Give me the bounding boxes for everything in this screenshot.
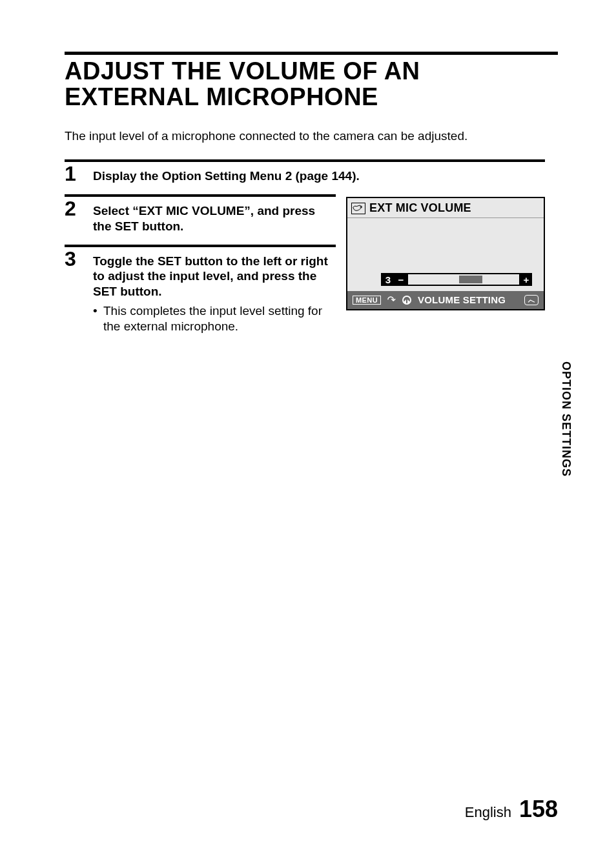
step-rule-3 (65, 245, 336, 247)
step-number: 3 (65, 248, 81, 345)
step-rule-2 (65, 194, 336, 197)
screen-title-row: EXT MIC VOLUME (347, 198, 544, 218)
back-arrow-icon: ↶ (387, 294, 396, 306)
bullet-icon: • (93, 303, 97, 335)
menu-badge: MENU (353, 296, 381, 305)
page-number: 158 (519, 796, 558, 823)
volume-track (407, 273, 520, 286)
side-tab: OPTION SETTINGS (551, 361, 580, 581)
intro-text: The input level of a microphone connecte… (65, 128, 558, 145)
screen-footer: MENU ↶ VOLUME SETTING (347, 291, 544, 309)
mic-icon (351, 203, 365, 214)
page-title: ADJUST THE VOLUME OF AN EXTERNAL MICROPH… (65, 59, 558, 110)
menu-label: MENU (356, 296, 378, 304)
volume-row: 3 − + (381, 273, 532, 286)
screen-column: EXT MIC VOLUME 3 − + MENU (346, 197, 546, 345)
plus-icon: + (520, 273, 532, 286)
step-subtext: This completes the input level setting f… (103, 303, 336, 335)
volume-level: 3 (381, 273, 395, 286)
camera-screen: EXT MIC VOLUME 3 − + MENU (346, 197, 545, 310)
page-footer: English 158 (465, 796, 558, 823)
step-number: 2 (65, 198, 81, 245)
screen-title: EXT MIC VOLUME (369, 201, 471, 215)
dial-icon (402, 296, 411, 305)
footer-label: VOLUME SETTING (418, 294, 506, 305)
minus-icon: − (395, 273, 407, 286)
step-heading: Select “EXT MIC VOLUME”, and press the S… (93, 203, 336, 234)
step-substep: • This completes the input level setting… (93, 303, 336, 335)
ok-icon (524, 295, 539, 305)
manual-page: ADJUST THE VOLUME OF AN EXTERNAL MICROPH… (0, 0, 616, 868)
step-number: 1 (65, 163, 81, 194)
screen-body: 3 − + (347, 218, 544, 291)
left-column: 2 Select “EXT MIC VOLUME”, and press the… (65, 194, 336, 345)
step-rule-1 (65, 159, 545, 162)
volume-knob (459, 276, 482, 283)
step-heading: Display the Option Setting Menu 2 (page … (93, 168, 558, 184)
language-label: English (465, 804, 511, 821)
step-2: 2 Select “EXT MIC VOLUME”, and press the… (65, 199, 336, 245)
step-heading: Toggle the SET button to the left or rig… (93, 254, 336, 299)
step-1: 1 Display the Option Setting Menu 2 (pag… (65, 165, 558, 194)
two-column-region: 2 Select “EXT MIC VOLUME”, and press the… (65, 194, 558, 345)
side-tab-label: OPTION SETTINGS (559, 361, 573, 477)
side-tab-highlight (551, 503, 580, 581)
step-3: 3 Toggle the SET button to the left or r… (65, 250, 336, 345)
rule-top (65, 52, 558, 55)
